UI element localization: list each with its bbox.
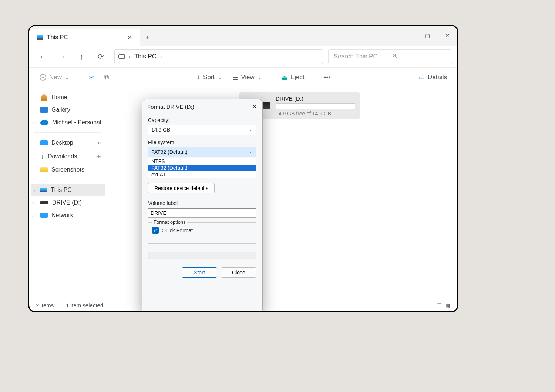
chevron-right-icon[interactable]: › <box>32 200 34 206</box>
cut-button[interactable]: ✂ <box>85 71 98 84</box>
new-label: New <box>49 74 62 81</box>
maximize-button[interactable]: ▢ <box>417 26 437 46</box>
start-button[interactable]: Start <box>182 267 217 278</box>
address-text: This PC <box>134 53 157 60</box>
eject-label: Eject <box>290 74 305 81</box>
chevron-right-icon[interactable]: › <box>32 213 34 218</box>
close-tab-button[interactable]: ✕ <box>125 32 134 43</box>
filesystem-option-exfat[interactable]: exFAT <box>148 171 256 178</box>
capacity-value: 14.9 GB <box>151 127 170 133</box>
format-options-legend: Format options <box>152 219 187 225</box>
dialog-body: Capacity: 14.9 GB ⌄ File system FAT32 (D… <box>142 114 262 261</box>
chevron-right-icon[interactable]: › <box>34 187 35 193</box>
separator <box>34 180 101 180</box>
close-button[interactable]: Close <box>221 267 256 278</box>
dialog-titlebar: Format DRIVE (D:) ✕ <box>142 99 262 114</box>
sidebar-item-network[interactable]: ›Network <box>29 209 107 222</box>
forward-button[interactable]: → <box>54 49 71 64</box>
drive-icon <box>40 201 48 204</box>
view-icon: ☰ <box>232 74 238 81</box>
cloud-icon <box>40 120 48 125</box>
volume-label-label: Volume label <box>148 200 256 206</box>
filesystem-label: File system <box>148 139 256 145</box>
sidebar-item-label: Downloads <box>48 153 77 160</box>
download-icon: ↓ <box>40 152 44 160</box>
titlebar: This PC ✕ + — ▢ ✕ <box>29 26 457 46</box>
filesystem-option-fat32[interactable]: FAT32 (Default) <box>148 165 256 171</box>
filesystem-value: FAT32 (Default) <box>151 149 188 155</box>
sidebar-item-this-pc[interactable]: ›This PC <box>31 184 105 196</box>
sidebar-item-label: Gallery <box>51 107 70 113</box>
divider <box>60 302 60 309</box>
sidebar-item-label: Screenshots <box>51 166 84 173</box>
file-explorer-window: This PC ✕ + — ▢ ✕ ← → ↑ ⟳ › This PC › Se… <box>28 25 458 312</box>
sidebar-item-screenshots[interactable]: Screenshots <box>29 163 107 176</box>
view-toggles: ☰ ▦ <box>437 302 451 309</box>
new-button[interactable]: + New ⌄ <box>36 71 73 83</box>
list-view-button[interactable]: ☰ <box>437 302 442 309</box>
sidebar-item-gallery[interactable]: Gallery <box>29 104 107 116</box>
filesystem-select[interactable]: FAT32 (Default) ⌄ NTFS FAT32 (Default) e… <box>148 147 256 157</box>
chevron-down-icon: ⌄ <box>249 127 253 132</box>
grid-view-button[interactable]: ▦ <box>445 302 451 309</box>
dialog-close-button[interactable]: ✕ <box>252 102 257 111</box>
status-items: 2 items <box>36 302 54 308</box>
toolbar: + New ⌄ ✂ ⧉ ↕Sort⌄ ☰View⌄ ⏏Eject ••• ▭De… <box>29 67 457 87</box>
new-tab-button[interactable]: + <box>140 29 155 46</box>
chevron-right-icon[interactable]: › <box>32 120 34 125</box>
details-button[interactable]: ▭Details <box>415 71 451 84</box>
capacity-select[interactable]: 14.9 GB ⌄ <box>148 125 256 135</box>
chevron-down-icon: ⌄ <box>218 74 222 80</box>
desktop-icon <box>40 140 48 145</box>
tab-title: This PC <box>47 34 121 41</box>
eject-icon: ⏏ <box>282 74 287 81</box>
drive-free-text: 14.9 GB free of 14.9 GB <box>276 111 355 116</box>
copy-icon: ⧉ <box>104 74 109 81</box>
back-button[interactable]: ← <box>34 49 51 64</box>
pin-icon: 📌︎ <box>94 139 103 147</box>
search-input[interactable]: Search This PC 🔍︎ <box>328 49 452 64</box>
eject-button[interactable]: ⏏Eject <box>278 71 308 84</box>
sidebar-item-onedrive[interactable]: ›Michael - Personal <box>29 116 107 129</box>
pin-icon: 📌︎ <box>94 152 103 160</box>
copy-button[interactable]: ⧉ <box>101 71 112 83</box>
chevron-right-icon: › <box>160 54 162 60</box>
filesystem-option-ntfs[interactable]: NTFS <box>148 158 256 165</box>
address-bar[interactable]: › This PC › <box>114 49 323 64</box>
monitor-icon <box>118 54 125 59</box>
network-icon <box>40 213 48 218</box>
sidebar-item-desktop[interactable]: Desktop📌︎ <box>29 136 107 149</box>
sidebar-item-home[interactable]: Home <box>29 91 107 104</box>
dialog-footer: Start Close <box>142 261 262 284</box>
quick-format-row[interactable]: ✓ Quick Format <box>152 227 252 234</box>
navbar: ← → ↑ ⟳ › This PC › Search This PC 🔍︎ <box>29 46 457 67</box>
sidebar-item-drive[interactable]: ›DRIVE (D:) <box>29 196 107 209</box>
this-pc-icon <box>40 188 47 192</box>
more-button[interactable]: ••• <box>320 71 334 83</box>
quick-format-checkbox[interactable]: ✓ <box>152 227 159 234</box>
window-controls: — ▢ ✕ <box>397 26 457 46</box>
view-button[interactable]: ☰View⌄ <box>229 71 266 84</box>
dialog-title: Format DRIVE (D:) <box>147 104 194 110</box>
refresh-button[interactable]: ⟳ <box>92 49 109 64</box>
close-window-button[interactable]: ✕ <box>437 26 457 46</box>
sidebar-item-downloads[interactable]: ↓Downloads📌︎ <box>29 149 107 163</box>
sort-button[interactable]: ↕Sort⌄ <box>194 71 226 83</box>
drive-name: DRIVE (D:) <box>276 95 355 102</box>
up-button[interactable]: ↑ <box>73 49 90 64</box>
folder-icon <box>40 167 48 172</box>
format-options-fieldset: Format options ✓ Quick Format <box>148 222 256 244</box>
details-label: Details <box>428 74 447 81</box>
tab-this-pc[interactable]: This PC ✕ <box>29 29 140 46</box>
divider <box>79 72 79 83</box>
chevron-down-icon: ⌄ <box>65 74 69 80</box>
more-icon: ••• <box>324 74 331 81</box>
sidebar-item-label: Network <box>51 212 73 219</box>
gallery-icon <box>40 107 48 113</box>
restore-defaults-button[interactable]: Restore device defaults <box>148 183 215 193</box>
filesystem-dropdown: NTFS FAT32 (Default) exFAT <box>148 158 256 178</box>
minimize-button[interactable]: — <box>397 26 417 46</box>
volume-label-input[interactable] <box>148 208 256 218</box>
view-label: View <box>241 74 255 81</box>
format-progress-bar <box>148 252 256 259</box>
